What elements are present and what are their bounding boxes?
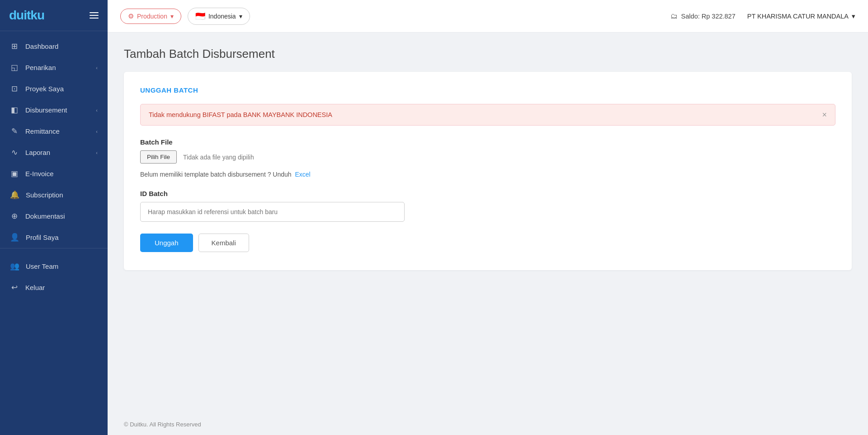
sidebar-item-keluar[interactable]: ↩ Keluar xyxy=(0,277,108,298)
lang-label: Indonesia xyxy=(208,13,236,20)
sidebar-item-label: Keluar xyxy=(25,284,45,291)
proyek-icon: ⊡ xyxy=(10,84,19,94)
saldo-area: 🗂 Saldo: Rp 322.827 xyxy=(670,12,736,20)
section-title: UNGGAH BATCH xyxy=(140,86,835,94)
file-row: Pilih File Tidak ada file yang dipilih xyxy=(140,150,835,164)
sidebar-item-disbursement[interactable]: ◧ Disbursement ‹ xyxy=(0,99,108,121)
lang-selector-button[interactable]: 🇮🇩 Indonesia ▾ xyxy=(188,8,250,25)
sidebar-item-label: Disbursement xyxy=(25,106,67,114)
sidebar-item-label: Dashboard xyxy=(25,42,58,50)
template-hint-text: Belum memiliki template batch disburseme… xyxy=(140,171,292,178)
sidebar-item-label: E-Invoice xyxy=(25,170,54,178)
upload-button[interactable]: Unggah xyxy=(140,234,193,252)
page-title: Tambah Batch Disbursement xyxy=(124,47,852,61)
alert-message: Tidak mendukung BIFAST pada BANK MAYBANK… xyxy=(149,111,332,118)
footer-text: © Duitku. All Rights Reserved xyxy=(124,421,201,428)
alert-error: Tidak mendukung BIFAST pada BANK MAYBANK… xyxy=(140,104,835,126)
wallet-icon: 🗂 xyxy=(670,12,678,20)
hamburger-menu[interactable] xyxy=(90,12,99,19)
sidebar-logo: duitku xyxy=(0,0,108,31)
disbursement-icon: ◧ xyxy=(10,105,19,115)
sidebar-item-label: Profil Saya xyxy=(26,234,59,241)
sidebar-item-label: Penarikan xyxy=(25,64,56,71)
subscription-icon: 🔔 xyxy=(10,190,19,200)
saldo-value: Saldo: Rp 322.827 xyxy=(681,13,736,20)
alert-close-button[interactable]: × xyxy=(822,111,827,119)
keluar-icon: ↩ xyxy=(10,283,19,292)
form-button-row: Unggah Kembali xyxy=(140,234,835,252)
sidebar-item-einvoice[interactable]: ▣ E-Invoice xyxy=(0,163,108,184)
laporan-icon: ∿ xyxy=(10,148,19,157)
sidebar-item-label: Dokumentasi xyxy=(25,212,65,220)
chevron-icon: ‹ xyxy=(96,129,98,134)
sidebar: duitku ⊞ Dashboard ◱ Penarikan ‹ ⊡ Proye… xyxy=(0,0,108,435)
dokumentasi-icon: ⊕ xyxy=(10,211,19,221)
chevron-down-icon: ▾ xyxy=(852,13,855,20)
gear-icon: ⚙ xyxy=(128,12,134,20)
chevron-icon: ‹ xyxy=(96,150,98,155)
company-selector[interactable]: PT KHARISMA CATUR MANDALA ▾ xyxy=(747,13,855,20)
sidebar-nav: ⊞ Dashboard ◱ Penarikan ‹ ⊡ Proyek Saya … xyxy=(0,31,108,435)
profil-icon: 👤 xyxy=(10,233,19,242)
excel-download-link[interactable]: Excel xyxy=(295,171,310,178)
flag-icon: 🇮🇩 xyxy=(195,11,205,21)
remittance-icon: ✎ xyxy=(10,126,19,136)
sidebar-item-label: Subscription xyxy=(26,191,63,199)
id-batch-label: ID Batch xyxy=(140,190,835,197)
file-picker-button[interactable]: Pilih File xyxy=(140,150,177,164)
sidebar-item-label: Laporan xyxy=(25,149,50,156)
sidebar-item-label: Proyek Saya xyxy=(25,85,64,93)
topbar-right: 🗂 Saldo: Rp 322.827 PT KHARISMA CATUR MA… xyxy=(670,12,855,20)
chevron-icon: ‹ xyxy=(96,108,98,113)
back-button[interactable]: Kembali xyxy=(198,234,249,252)
env-selector-button[interactable]: ⚙ Production ▾ xyxy=(120,9,181,24)
einvoice-icon: ▣ xyxy=(10,169,19,178)
sidebar-item-laporan[interactable]: ∿ Laporan ‹ xyxy=(0,142,108,163)
id-batch-input[interactable] xyxy=(140,202,405,222)
form-card: UNGGAH BATCH Tidak mendukung BIFAST pada… xyxy=(124,72,852,270)
batch-file-label: Batch File xyxy=(140,138,835,146)
env-label: Production xyxy=(137,13,167,20)
sidebar-item-profil-saya[interactable]: 👤 Profil Saya xyxy=(0,227,108,248)
topbar: ⚙ Production ▾ 🇮🇩 Indonesia ▾ 🗂 Saldo: R… xyxy=(108,0,868,33)
chevron-down-icon: ▾ xyxy=(170,13,174,20)
sidebar-item-label: Remittance xyxy=(25,127,60,135)
content-area: Tambah Batch Disbursement UNGGAH BATCH T… xyxy=(108,33,868,414)
dashboard-icon: ⊞ xyxy=(10,42,19,51)
chevron-down-icon: ▾ xyxy=(239,13,242,20)
sidebar-item-label: User Team xyxy=(26,262,58,270)
user-team-icon: 👥 xyxy=(10,262,19,271)
company-name: PT KHARISMA CATUR MANDALA xyxy=(747,13,849,20)
sidebar-item-user-team[interactable]: 👥 User Team xyxy=(0,256,108,277)
sidebar-item-proyek-saya[interactable]: ⊡ Proyek Saya xyxy=(0,78,108,99)
sidebar-item-dokumentasi[interactable]: ⊕ Dokumentasi xyxy=(0,206,108,227)
main-area: ⚙ Production ▾ 🇮🇩 Indonesia ▾ 🗂 Saldo: R… xyxy=(108,0,868,435)
file-placeholder-text: Tidak ada file yang dipilih xyxy=(183,154,254,161)
sidebar-footer: 👥 User Team ↩ Keluar xyxy=(0,248,108,301)
sidebar-item-remittance[interactable]: ✎ Remittance ‹ xyxy=(0,121,108,142)
sidebar-item-penarikan[interactable]: ◱ Penarikan ‹ xyxy=(0,57,108,78)
penarikan-icon: ◱ xyxy=(10,63,19,72)
sidebar-item-subscription[interactable]: 🔔 Subscription xyxy=(0,184,108,206)
sidebar-item-dashboard[interactable]: ⊞ Dashboard xyxy=(0,36,108,57)
brand-logo: duitku xyxy=(9,8,44,23)
chevron-icon: ‹ xyxy=(96,65,98,70)
template-hint: Belum memiliki template batch disburseme… xyxy=(140,171,835,178)
page-footer: © Duitku. All Rights Reserved xyxy=(108,414,868,435)
